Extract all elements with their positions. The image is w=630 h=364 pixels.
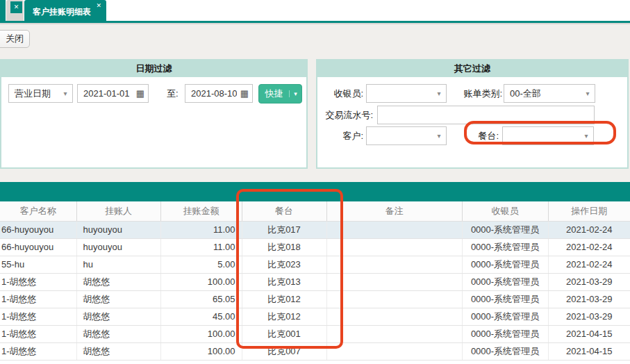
column-header-amount[interactable]: 挂账金额 xyxy=(160,201,242,221)
transaction-no-label: 交易流水号: xyxy=(319,106,373,124)
table-row[interactable]: 55-hu hu 5.00 比克023 0000-系统管理员 2021-02-2… xyxy=(0,256,630,273)
chevron-down-icon: ▾ xyxy=(579,132,593,140)
credit-detail-table: 客户名称 挂账人 挂账金额 餐台 备注 收银员 操作日期 66-huyouyou… xyxy=(0,201,630,361)
table-row[interactable]: 66-huyouyou huyouyou 11.00 比克017 0000-系统… xyxy=(0,221,630,238)
table-row[interactable]: 1-胡悠悠 胡悠悠 100.00 比克007 0000-系统管理员 2021-0… xyxy=(0,342,630,360)
table-header-row: 客户名称 挂账人 挂账金额 餐台 备注 收银员 操作日期 xyxy=(0,201,630,221)
cashier-select[interactable]: ▾ xyxy=(366,84,447,103)
tab-partial[interactable] xyxy=(0,0,6,21)
close-icon[interactable]: ✕ xyxy=(10,1,22,13)
date-filter-panel: 日期过滤 营业日期 ▾ 2021-01-01 ▦ 至: 2021-08-10 ▦… xyxy=(0,59,308,169)
dining-table-label: 餐台: xyxy=(474,126,499,145)
date-filter-title: 日期过滤 xyxy=(1,60,306,77)
column-header-debtor[interactable]: 挂账人 xyxy=(76,201,160,221)
column-header-date[interactable]: 操作日期 xyxy=(548,201,630,221)
table-row[interactable]: 66-huyouyou huyouyou 11.00 比克018 0000-系统… xyxy=(0,238,630,256)
tab-customer-credit-report[interactable]: 客户挂账明细表 ✕ xyxy=(24,0,106,21)
chevron-down-icon: ▾ xyxy=(58,90,72,97)
to-label: 至: xyxy=(167,84,179,103)
date-type-value: 营业日期 xyxy=(9,88,58,100)
tab-inactive[interactable]: ✕ xyxy=(6,0,24,21)
quick-range-label: 快捷 xyxy=(259,88,289,100)
table-row[interactable]: 1-胡悠悠 胡悠悠 65.05 比克012 0000-系统管理员 2021-03… xyxy=(0,290,630,308)
chevron-down-icon: ▾ xyxy=(432,132,446,140)
tab-bar: ✕ 客户挂账明细表 ✕ xyxy=(0,0,630,23)
calendar-icon[interactable]: ▦ xyxy=(133,88,148,99)
other-filter-panel: 其它过滤 收银员: ▾ 账单类别: 00-全部 ▾ 交易流水号: 客户: ▾ 餐… xyxy=(316,59,629,169)
column-header-note[interactable]: 备注 xyxy=(326,201,462,221)
bill-type-value: 00-全部 xyxy=(504,88,581,100)
column-header-cashier[interactable]: 收银员 xyxy=(462,201,548,221)
chevron-down-icon: ▾ xyxy=(289,90,301,97)
close-icon[interactable]: ✕ xyxy=(96,2,101,9)
other-filter-title: 其它过滤 xyxy=(317,60,627,77)
tab-label: 客户挂账明细表 xyxy=(33,6,91,18)
calendar-icon[interactable]: ▦ xyxy=(237,88,252,99)
customer-label: 客户: xyxy=(323,126,363,145)
grid-toolbar-band xyxy=(0,182,630,201)
date-type-select[interactable]: 营业日期 ▾ xyxy=(8,84,73,103)
end-date-input[interactable]: 2021-08-10 ▦ xyxy=(185,84,253,103)
customer-select[interactable]: ▾ xyxy=(366,126,447,145)
chevron-down-icon: ▾ xyxy=(432,90,446,97)
close-button[interactable]: 关闭 xyxy=(0,30,30,48)
bill-type-label: 账单类别: xyxy=(455,84,502,103)
column-header-dining-table[interactable]: 餐台 xyxy=(242,201,326,221)
chevron-down-icon: ▾ xyxy=(581,90,595,97)
start-date-value: 2021-01-01 xyxy=(78,88,133,99)
bill-type-select[interactable]: 00-全部 ▾ xyxy=(504,84,595,103)
report-page: ✕ 客户挂账明细表 ✕ 关闭 日期过滤 营业日期 ▾ 2021-01-01 ▦ … xyxy=(0,0,630,364)
quick-range-button[interactable]: 快捷 ▾ xyxy=(258,84,302,104)
cashier-label: 收银员: xyxy=(323,84,363,103)
end-date-value: 2021-08-10 xyxy=(185,88,237,99)
transaction-no-input[interactable] xyxy=(377,106,595,124)
table-row[interactable]: 1-胡悠悠 胡悠悠 100.00 比克001 0000-系统管理员 2021-0… xyxy=(0,325,630,342)
table-row[interactable]: 1-胡悠悠 胡悠悠 100.00 比克013 0000-系统管理员 2021-0… xyxy=(0,273,630,290)
table-row[interactable]: 1-胡悠悠 胡悠悠 45.00 比克012 0000-系统管理员 2021-03… xyxy=(0,308,630,325)
column-header-customer-name[interactable]: 客户名称 xyxy=(0,201,76,221)
start-date-input[interactable]: 2021-01-01 ▦ xyxy=(77,84,149,103)
dining-table-select[interactable]: ▾ xyxy=(502,126,594,145)
